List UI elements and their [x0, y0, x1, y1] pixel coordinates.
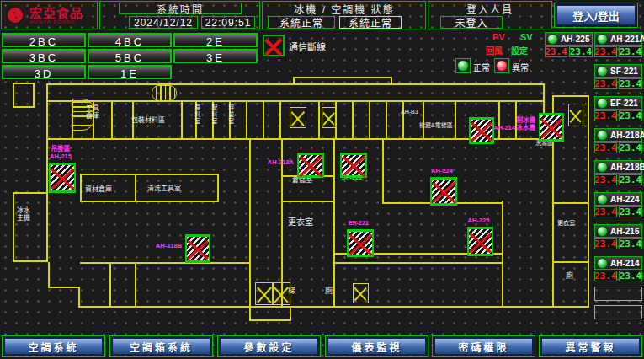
unit-pv-value: 23.4 [594, 142, 617, 153]
nav-button-ac-system[interactable]: 空調系統 [3, 337, 104, 356]
wall-segment [263, 102, 264, 138]
wall-segment [552, 202, 589, 204]
room-label: 原料室 [194, 104, 200, 125]
unit-sv-value: 23.4 [619, 142, 642, 153]
equipment-label: SF-221 [327, 174, 377, 182]
wall-segment [80, 262, 251, 264]
unit-sv-value: 23.4 [619, 238, 642, 249]
floor-button-2bc[interactable]: 2BC [2, 33, 86, 47]
floor-button-3bc[interactable]: 3BC [2, 49, 86, 63]
room-label: 倉儲室 [292, 177, 312, 185]
room-label: 秤量室 [227, 104, 234, 125]
nav-button-alarms[interactable]: 異常警報 [540, 337, 641, 356]
ahu-status-value: 系統正常 [339, 16, 402, 29]
equipment-alarm-icon[interactable] [347, 229, 374, 257]
system-date-value: 2024/12/12 [129, 16, 198, 29]
nav-button-parameters[interactable]: 參數設定 [219, 337, 319, 356]
wall-segment [80, 174, 219, 175]
floor-button-4bc[interactable]: 4BC [88, 33, 172, 47]
equipment-alarm-icon[interactable] [467, 227, 493, 256]
equipment-label: 制冰機 冰水機 [485, 117, 535, 131]
room-label: 工具 倉庫 [86, 105, 99, 121]
unit-sv-value: 23.4 [619, 174, 642, 185]
unit-box-ah-218a[interactable]: AH-218A [594, 128, 642, 142]
unit-box-ah-216[interactable]: AH-216 [594, 224, 642, 238]
room-label: 更衣室 [288, 217, 313, 227]
wall-segment [455, 102, 456, 138]
floor-button-5bc[interactable]: 5BC [88, 49, 172, 63]
unit-name-label: SF-221 [610, 67, 638, 76]
equipment-alarm-icon[interactable] [430, 177, 457, 206]
floor-button-2e[interactable]: 2E [173, 33, 258, 47]
equipment-alarm-icon[interactable] [297, 153, 324, 178]
nav-button-ahu-system[interactable]: 空調箱系統 [111, 337, 211, 356]
normal-label: 正常 [473, 61, 490, 73]
status-led-icon [597, 258, 608, 269]
wall-segment [109, 262, 111, 306]
login-logout-button[interactable]: 登入/登出 [556, 4, 636, 26]
wall-segment [48, 287, 80, 288]
status-led-icon [597, 194, 608, 205]
unit-name-label: EF-221 [610, 99, 638, 108]
status-led-icon [547, 34, 558, 45]
room-label: AH-B3 [401, 109, 418, 115]
unit-box-sf-221[interactable]: SF-221 [594, 64, 642, 78]
floor-button-3e[interactable]: 3E [173, 49, 258, 63]
system-clock-value: 22:09:51 [201, 16, 255, 29]
unit-name-label: AH-218B [610, 163, 644, 172]
unit-name-label: AH-224 [610, 195, 639, 204]
room-label: 清洗工具室 [147, 185, 181, 193]
wall-segment [111, 102, 113, 138]
unit-sv-value: 23.4 [619, 206, 642, 217]
equipment-alarm-icon[interactable] [185, 234, 210, 263]
machine-status-title: 冰機 / 空調機 狀態 [264, 3, 424, 14]
normal-lamp-frame [455, 58, 471, 73]
unit-pv-value: 23.4 [594, 174, 617, 185]
unit-sv-value: 23.4 [569, 46, 593, 57]
room-label: 配料室 [210, 104, 217, 125]
wall-segment [333, 262, 503, 264]
unit-sv-value: 23.4 [619, 271, 642, 281]
wall-segment [249, 319, 291, 321]
wall-segment [391, 77, 392, 85]
nav-button-meters[interactable]: 儀表監視 [327, 337, 427, 356]
unit-box-ef-221[interactable]: EF-221 [594, 96, 642, 110]
floor-button-1e[interactable]: 1E [88, 65, 172, 79]
shaft-x-icon [568, 104, 583, 126]
equipment-alarm-icon[interactable] [49, 163, 76, 193]
wall-segment [423, 102, 424, 138]
nav-button-password[interactable]: 密碼權限 [434, 337, 534, 356]
empty-unit-slot [594, 305, 642, 319]
wall-segment [46, 83, 48, 262]
unit-pv-value: 23.4 [545, 46, 567, 57]
wall-segment [402, 102, 404, 138]
stairs-icon [152, 85, 177, 101]
wall-segment [588, 95, 589, 308]
wall-segment [78, 287, 80, 308]
unit-box-ah-224[interactable]: AH-224 [594, 192, 642, 206]
room-label: 冰水 主機 [17, 207, 30, 222]
status-led-icon [597, 66, 608, 77]
logo: 宏亞食品 HUNYA FOODS [1, 1, 98, 29]
chiller-status-value: 系統正常 [268, 16, 335, 29]
unit-box-ah-218b[interactable]: AH-218B [594, 160, 642, 174]
wall-segment [293, 77, 295, 85]
unit-box-ah-221a[interactable]: AH-221A [594, 32, 642, 46]
shaft-x-icon [255, 282, 274, 305]
unit-box-ah-225[interactable]: AH-225 [545, 32, 593, 46]
wall-segment [48, 262, 50, 287]
equipment-label: 吊掛區 AH-215 [35, 146, 86, 160]
floor-button-3d[interactable]: 3D [2, 65, 86, 79]
wall-segment [369, 102, 370, 138]
wall-segment [13, 83, 35, 84]
sv-label: SV [520, 32, 533, 42]
equipment-alarm-icon[interactable] [539, 113, 564, 142]
abnormal-lamp-icon [496, 60, 508, 72]
wall-segment [78, 306, 556, 308]
unit-sv-value: 23.4 [619, 110, 642, 121]
nav-cell: 密碼權限 [432, 335, 535, 357]
unit-box-ah-214[interactable]: AH-214 [594, 256, 642, 270]
nav-cell: 空調箱系統 [109, 335, 213, 357]
wall-segment [13, 83, 14, 108]
wall-segment [135, 174, 136, 202]
